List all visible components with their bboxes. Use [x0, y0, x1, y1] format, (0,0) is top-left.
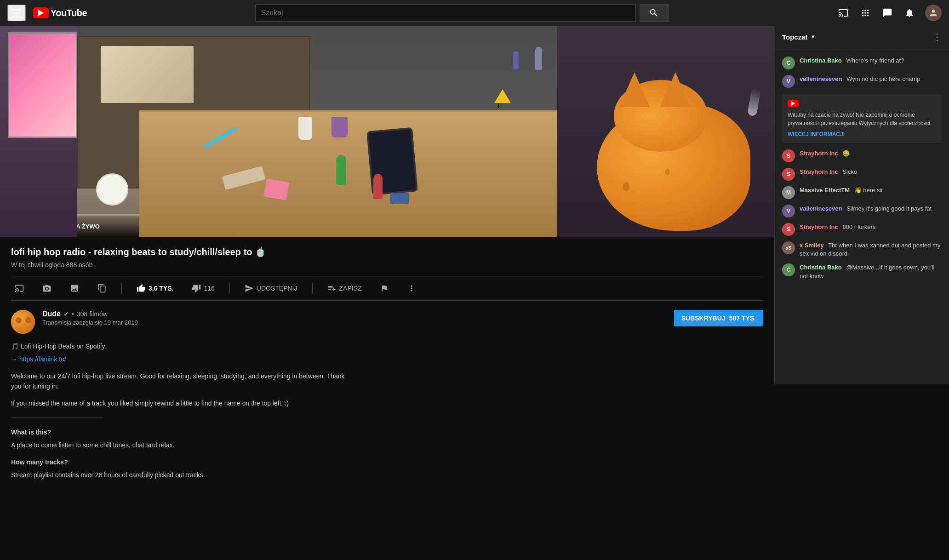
search-button[interactable] [640, 4, 669, 22]
chat-text: 👋 here sir [854, 187, 883, 194]
chat-username: Strayhorn Inc [800, 223, 838, 230]
chat-avatar: C [782, 263, 795, 276]
channel-name-text: Dude [42, 310, 61, 318]
system-message-text: Witamy na czacie na żywo! Nie zapomnij o… [788, 111, 936, 127]
chat-message: S Strayhorn Inc Sicko [775, 165, 949, 183]
main-layout: ! [0, 26, 949, 496]
system-message: Witamy na czacie na żywo! Nie zapomnij o… [782, 94, 942, 143]
flag-button[interactable] [377, 282, 392, 294]
chat-content: Strayhorn Inc 800+ lurkers [800, 223, 942, 231]
dislike-count: 116 [204, 285, 214, 292]
chat-content: Strayhorn Inc Sicko [800, 168, 942, 176]
chat-message: V vallenineseven Wym no dic pic here cha… [775, 72, 949, 91]
chat-avatar: M [782, 186, 795, 199]
user-avatar[interactable] [925, 5, 942, 21]
system-message-header [788, 100, 936, 107]
more-info-link[interactable]: WIĘCEJ INFORMACJI [788, 131, 936, 137]
video-title: lofi hip hop radio - relaxing beats to s… [11, 246, 763, 257]
chat-messages: C Christina Bako Where's my friend at? V… [775, 48, 949, 384]
chat-username: vallenineseven [800, 75, 842, 82]
chat-more-button[interactable]: ⋮ [932, 31, 942, 42]
chat-title[interactable]: Topczat [782, 33, 814, 41]
chat-text: Where's my friend at? [846, 57, 904, 64]
video-player: ! [0, 26, 774, 237]
hamburger-menu-button[interactable] [7, 5, 26, 21]
chat-message: S Strayhorn Inc 800+ lurkers [775, 220, 949, 239]
notification-icon[interactable] [903, 6, 916, 19]
chat-content: vallenineseven Slimey it's going good it… [800, 205, 942, 213]
channel-row: Dude ✓ • 308 filmów Transmisja zaczęła s… [11, 310, 763, 334]
channel-name-row: Dude ✓ • 308 filmów [42, 310, 138, 318]
spotify-link[interactable]: → https://fanlink.to/ [11, 355, 66, 363]
message-icon[interactable] [881, 6, 894, 19]
chat-avatar: xS [782, 241, 795, 254]
chat-avatar: V [782, 75, 795, 88]
chat-content: x Smiley Tbt when I was xanned out and p… [800, 241, 942, 258]
chat-avatar: S [782, 223, 795, 236]
channel-started: Transmisja zaczęła się 19 mar 2019 [42, 319, 138, 326]
chat-username: vallenineseven [800, 205, 842, 212]
action-divider-1 [121, 283, 122, 294]
search-input[interactable] [261, 9, 630, 17]
description-spotify: 🎵 Lofi Hip-Hop Beats on Spotify: → https… [11, 341, 356, 365]
video-section: ! [0, 26, 774, 496]
channel-info: Dude ✓ • 308 filmów Transmisja zaczęła s… [11, 310, 138, 334]
chat-message: S Strayhorn Inc 😂 [775, 147, 949, 165]
header-left: YouTube [7, 5, 87, 21]
chat-title-text: Topczat [782, 33, 808, 41]
youtube-logo[interactable]: YouTube [33, 7, 87, 18]
chat-avatar: S [782, 168, 795, 181]
action-divider-2 [229, 283, 230, 294]
dislike-button[interactable]: 116 [188, 282, 218, 295]
rewind-text: If you missed the name of a track you li… [11, 398, 356, 408]
save-button[interactable]: ZAPISZ [324, 282, 366, 295]
like-button[interactable]: 3,6 TYS. [133, 282, 177, 295]
chat-message: C Christina Bako @Massive...If it goes d… [775, 261, 949, 283]
screen-mirror-button[interactable] [11, 282, 28, 295]
faq-q2: How many tracks? [11, 458, 68, 466]
image-button[interactable] [66, 282, 83, 295]
share-label: UDOSTĘPNIJ [257, 285, 297, 292]
search-bar [255, 4, 636, 22]
header-center [255, 4, 669, 22]
chat-text: Slimey it's going good it pays fat [846, 205, 932, 212]
chat-message: V vallenineseven Slimey it's going good … [775, 202, 949, 220]
description-welcome: Welcome to our 24/7 lofi hip-hop live st… [11, 371, 356, 392]
chat-avatar: S [782, 149, 795, 162]
chat-content: Christina Bako @Massive...If it goes dow… [800, 263, 942, 280]
video-description: 🎵 Lofi Hip-Hop Beats on Spotify: → https… [11, 341, 356, 480]
youtube-logo-text: YouTube [51, 8, 87, 18]
chat-sidebar: Topczat ⋮ C Christina Bako Where's my fr… [774, 26, 949, 384]
chat-username: Christina Bako [800, 264, 842, 271]
video-thumbnail[interactable]: ! [0, 26, 774, 237]
chat-username: Christina Bako [800, 57, 842, 64]
chat-username: Massive EffectTM [800, 187, 850, 194]
cast-icon[interactable] [837, 6, 850, 19]
search-icon [649, 8, 659, 18]
copy-button[interactable] [94, 282, 110, 295]
channel-avatar[interactable] [11, 310, 35, 334]
channel-videos: 308 filmów [77, 310, 108, 318]
description-faq-2: How many tracks? Stream playlist contain… [11, 457, 356, 480]
faq-a2: Stream playlist contains over 28 hours o… [11, 470, 356, 480]
video-info: lofi hip hop radio - relaxing beats to s… [0, 237, 774, 496]
save-label: ZAPISZ [339, 285, 362, 292]
share-button[interactable]: UDOSTĘPNIJ [241, 282, 301, 295]
faq-a1: A place to come listen to some chill tun… [11, 440, 356, 450]
more-options-button[interactable] [403, 282, 420, 295]
chat-username: Strayhorn Inc [800, 150, 838, 157]
screenshot-button[interactable] [39, 282, 55, 295]
description-faq-1: What is this? A place to come listen to … [11, 427, 356, 451]
chat-text: 800+ lurkers [842, 223, 875, 230]
apps-icon[interactable] [859, 6, 872, 19]
chat-message: M Massive EffectTM 👋 here sir [775, 183, 949, 202]
subscribe-count: 587 TYS. [729, 314, 756, 322]
lofi-animation: ! [0, 26, 774, 237]
channel-details: Dude ✓ • 308 filmów Transmisja zaczęła s… [42, 310, 138, 326]
youtube-system-icon [788, 100, 799, 107]
chat-text: Wym no dic pic here champ [846, 75, 920, 82]
chat-content: Christina Bako Where's my friend at? [800, 57, 942, 65]
subscribe-button[interactable]: SUBSKRYBUJ 587 TYS. [674, 310, 763, 326]
description-divider [11, 417, 103, 418]
chat-content: vallenineseven Wym no dic pic here champ [800, 75, 942, 83]
